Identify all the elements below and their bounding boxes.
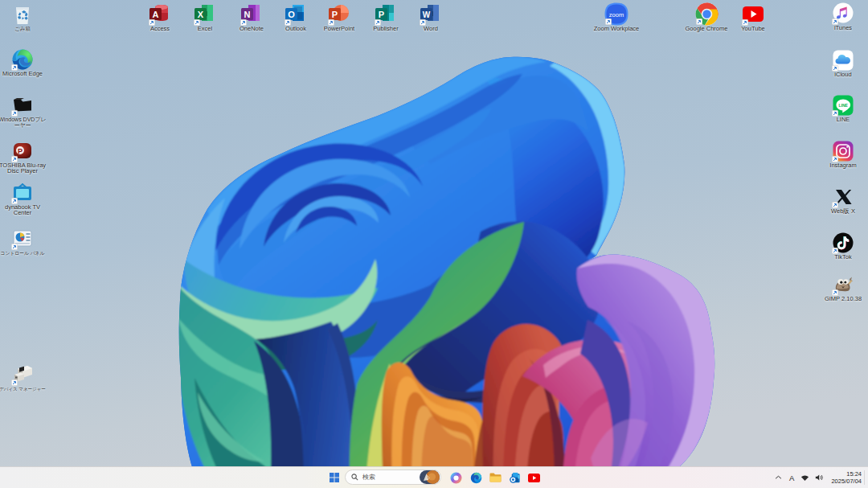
svg-text:A: A bbox=[153, 10, 159, 19]
svg-text:LINE: LINE bbox=[839, 103, 849, 108]
svg-text:zoom: zoom bbox=[609, 11, 624, 18]
svg-text:P: P bbox=[18, 147, 23, 155]
svg-text:N: N bbox=[244, 10, 251, 19]
svg-text:W: W bbox=[423, 10, 431, 19]
svg-text:P: P bbox=[332, 10, 338, 19]
svg-text:P: P bbox=[379, 10, 384, 19]
svg-text:X: X bbox=[198, 10, 204, 19]
svg-text:O: O bbox=[288, 10, 295, 19]
